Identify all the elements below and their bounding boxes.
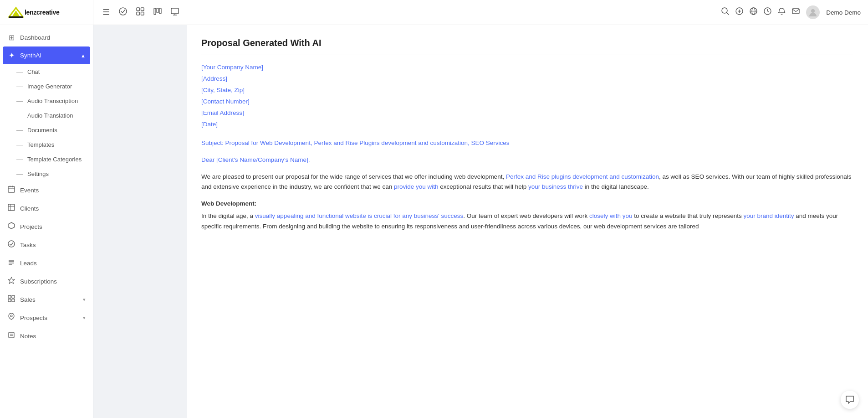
clock-icon[interactable]: [764, 7, 771, 17]
sidebar-item-template-categories[interactable]: — Template Categories: [0, 152, 93, 166]
sidebar-item-label: Audio Transcription: [27, 98, 78, 104]
chevron-up-icon: ▲: [81, 53, 86, 58]
dashboard-icon: ⊞: [7, 33, 15, 42]
svg-point-11: [8, 241, 15, 247]
subject-text: Proposal for Web Development, Perfex and…: [225, 139, 510, 146]
svg-rect-19: [8, 299, 11, 302]
sidebar-item-label: Template Categories: [27, 156, 82, 163]
sidebar-item-label: Chat: [27, 68, 40, 75]
chevron-down-icon: ▾: [83, 315, 86, 321]
svg-rect-45: [792, 9, 799, 14]
svg-rect-2: [9, 16, 23, 18]
mail-icon[interactable]: [792, 7, 800, 17]
city-state-zip: [City, State, Zip]: [201, 85, 853, 96]
logo-icon: [7, 6, 25, 19]
topbar: ☰ Demo Demo: [93, 0, 868, 25]
sidebar-item-settings[interactable]: — Settings: [0, 166, 93, 181]
sidebar-nav: ⊞ Dashboard ✦ SynthAI ▲ — Chat — Image G…: [0, 25, 93, 418]
sidebar-item-synthai[interactable]: ✦ SynthAI ▲: [3, 46, 90, 64]
sidebar-item-label: Audio Translation: [27, 112, 73, 119]
date: [Date]: [201, 119, 853, 130]
greeting-client: [Client's Name/Company's Name]: [216, 156, 308, 163]
sidebar-item-notes[interactable]: Notes: [0, 327, 93, 345]
sidebar-item-projects[interactable]: Projects: [0, 217, 93, 236]
svg-point-21: [10, 315, 12, 317]
sidebar-item-label: Clients: [20, 205, 86, 212]
monitor-icon[interactable]: [169, 5, 181, 20]
sidebar-item-label: Dashboard: [20, 34, 86, 41]
chat-bubble[interactable]: [841, 391, 859, 409]
svg-rect-26: [137, 8, 140, 11]
proposal-intro: We are pleased to present our proposal f…: [201, 172, 853, 193]
sidebar-item-leads[interactable]: Leads: [0, 254, 93, 272]
user-name[interactable]: Demo Demo: [826, 9, 861, 16]
sidebar-item-events[interactable]: Events: [0, 181, 93, 199]
sidebar-item-label: Projects: [20, 223, 86, 230]
dash-icon: —: [16, 68, 23, 75]
topbar-right: Demo Demo: [721, 5, 861, 19]
kanban-icon[interactable]: [152, 5, 163, 20]
add-icon[interactable]: [735, 7, 743, 17]
leads-icon: [7, 258, 15, 268]
sidebar-item-label: Prospects: [20, 315, 78, 321]
sidebar-item-tasks[interactable]: Tasks: [0, 236, 93, 254]
svg-point-25: [119, 8, 127, 15]
svg-rect-18: [12, 295, 15, 298]
proposal-greeting: Dear [Client's Name/Company's Name],: [201, 155, 853, 165]
sidebar-item-clients[interactable]: Clients: [0, 199, 93, 217]
sidebar-item-label: SynthAI: [20, 52, 76, 59]
company-name: [Your Company Name]: [201, 62, 853, 73]
dash-icon: —: [16, 83, 23, 90]
sidebar-item-prospects[interactable]: Prospects ▾: [0, 309, 93, 327]
sidebar-item-label: Documents: [27, 127, 57, 134]
svg-rect-20: [12, 299, 15, 302]
dash-icon: —: [16, 126, 23, 134]
svg-rect-22: [9, 332, 14, 338]
chevron-down-icon: ▾: [83, 297, 86, 303]
dash-icon: —: [16, 155, 23, 163]
avatar[interactable]: [806, 5, 820, 19]
globe-icon[interactable]: [750, 7, 757, 17]
sidebar-item-chat[interactable]: — Chat: [0, 64, 93, 79]
sidebar-item-documents[interactable]: — Documents: [0, 123, 93, 137]
svg-rect-3: [8, 186, 15, 192]
sidebar-item-label: Events: [20, 187, 86, 194]
sidebar-item-image-generator[interactable]: — Image Generator: [0, 79, 93, 93]
svg-rect-31: [157, 8, 158, 13]
sidebar-item-templates[interactable]: — Templates: [0, 137, 93, 152]
events-icon: [7, 186, 15, 195]
proposal-section1: Web Development: In the digital age, a v…: [201, 199, 853, 232]
address: [Address]: [201, 74, 853, 84]
dash-icon: —: [16, 97, 23, 104]
svg-rect-27: [141, 8, 144, 11]
greeting-suffix: ,: [308, 156, 310, 163]
check-icon[interactable]: [117, 5, 129, 20]
sidebar-item-label: Tasks: [20, 242, 86, 248]
dash-icon: —: [16, 170, 23, 177]
svg-rect-33: [171, 8, 179, 14]
sidebar-item-dashboard[interactable]: ⊞ Dashboard: [0, 29, 93, 46]
svg-line-37: [727, 13, 729, 15]
sidebar-item-subscriptions[interactable]: Subscriptions: [0, 272, 93, 290]
search-icon[interactable]: [721, 7, 729, 17]
sidebar-item-sales[interactable]: Sales ▾: [0, 290, 93, 309]
proposal-header-info: [Your Company Name] [Address] [City, Sta…: [201, 62, 853, 130]
svg-marker-16: [8, 277, 15, 284]
sidebar-item-audio-transcription[interactable]: — Audio Transcription: [0, 93, 93, 108]
sidebar-item-label: Sales: [20, 296, 78, 303]
logo-text: lenzcreative: [25, 9, 60, 16]
svg-point-46: [811, 9, 815, 13]
grid-icon[interactable]: [134, 5, 146, 20]
sidebar: lenzcreative ⊞ Dashboard ✦ SynthAI ▲ — C…: [0, 0, 93, 418]
tasks-icon: [7, 240, 15, 249]
notification-icon[interactable]: [778, 7, 786, 17]
menu-icon[interactable]: ☰: [101, 5, 112, 19]
greeting-prefix: Dear: [201, 156, 216, 163]
svg-rect-17: [8, 295, 11, 298]
sidebar-item-label: Templates: [27, 141, 54, 148]
svg-rect-32: [159, 8, 161, 14]
svg-rect-28: [137, 12, 140, 15]
sidebar-item-audio-translation[interactable]: — Audio Translation: [0, 108, 93, 123]
contact-number: [Contact Number]: [201, 97, 853, 107]
svg-rect-30: [154, 8, 156, 15]
